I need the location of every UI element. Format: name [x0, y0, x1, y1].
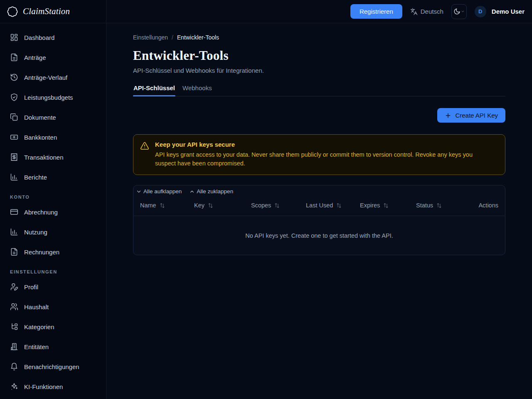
folder-tree-icon: [10, 323, 18, 331]
sort-icon: [336, 202, 342, 209]
column-header-scopes[interactable]: Scopes: [251, 202, 306, 209]
sidebar-item-label: Nutzung: [24, 229, 47, 236]
users-icon: [10, 303, 18, 311]
tabs: API-Schlüssel Webhooks: [133, 84, 505, 96]
chevron-up-icon: [189, 189, 195, 195]
sidebar-item-label: Berichte: [24, 174, 47, 181]
page-subtitle: API-Schlüssel und Webhooks für Integrati…: [133, 67, 505, 74]
column-header-name[interactable]: Name: [140, 202, 194, 209]
sort-icon: [274, 202, 280, 209]
column-label: Actions: [478, 202, 498, 209]
sidebar-item-label: Leistungsbudgets: [24, 94, 73, 101]
sparkles-icon: [10, 382, 18, 391]
page-title: Entwickler-Tools: [133, 48, 505, 63]
sidebar-item-kategorien[interactable]: Kategorien: [0, 317, 106, 337]
sidebar-item-rechnungen[interactable]: Rechnungen: [0, 242, 106, 262]
sidebar: Dashboard Anträge Anträge-Verlauf Leistu…: [0, 23, 106, 399]
column-label: Key: [194, 202, 204, 209]
table-controls: Alle aufklappen Alle zuklappen: [133, 185, 505, 195]
sort-icon: [383, 202, 389, 209]
sidebar-item-entitaeten[interactable]: Entitäten: [0, 337, 106, 357]
sidebar-item-label: Haushalt: [24, 303, 49, 310]
sidebar-item-label: Profil: [24, 283, 38, 291]
breadcrumb-parent[interactable]: Einstellungen: [133, 34, 168, 41]
file-text-icon: [10, 53, 18, 62]
chart-column-icon: [10, 228, 18, 236]
triangle-alert-icon: [140, 141, 149, 167]
chevron-down-icon: [461, 10, 465, 13]
create-api-key-label: Create API Key: [455, 112, 498, 119]
sidebar-item-label: Rechnungen: [24, 249, 59, 256]
brand-logo[interactable]: ClaimStation: [0, 0, 106, 23]
sidebar-item-bankkonten[interactable]: Bankkonten: [0, 127, 106, 147]
banknote-icon: [10, 133, 18, 141]
sidebar-item-label: Entitäten: [24, 343, 49, 350]
sidebar-item-haushalt[interactable]: Haushalt: [0, 297, 106, 317]
sidebar-item-transaktionen[interactable]: Transaktionen: [0, 147, 106, 167]
sidebar-item-label: Dashboard: [24, 34, 54, 41]
badge-icon: [7, 6, 18, 17]
tab-webhooks[interactable]: Webhooks: [182, 84, 212, 96]
sidebar-item-label: Abrechnung: [24, 209, 58, 216]
sidebar-item-nutzung[interactable]: Nutzung: [0, 222, 106, 242]
warning-body: API keys grant access to your data. Neve…: [155, 150, 488, 167]
collapse-all-control[interactable]: Alle zuklappen: [189, 188, 233, 195]
breadcrumb: Einstellungen / Entwickler-Tools: [133, 34, 505, 41]
breadcrumb-separator: /: [172, 34, 173, 41]
column-header-actions: Actions: [478, 202, 498, 209]
sidebar-item-ki-funktionen[interactable]: KI-Funktionen: [0, 377, 106, 397]
sidebar-section-konto: Konto: [0, 187, 106, 202]
toolbar: Create API Key: [133, 108, 505, 123]
language-selector[interactable]: Deutsch: [410, 8, 443, 15]
expand-all-control[interactable]: Alle aufklappen: [136, 188, 182, 195]
receipt-icon: [10, 153, 18, 161]
shield-check-icon: [10, 93, 18, 101]
main-content: Einstellungen / Entwickler-Tools Entwick…: [106, 23, 532, 399]
building-icon: [10, 342, 18, 351]
chart-column-icon: [10, 173, 18, 181]
create-api-key-button[interactable]: Create API Key: [437, 108, 505, 123]
sidebar-item-dokumente[interactable]: Dokumente: [0, 107, 106, 127]
breadcrumb-current: Entwickler-Tools: [177, 34, 219, 41]
column-header-status[interactable]: Status: [416, 202, 478, 209]
sort-icon: [159, 202, 165, 209]
collapse-all-label: Alle zuklappen: [197, 188, 233, 195]
sidebar-item-label: Anträge: [24, 54, 46, 61]
languages-icon: [410, 8, 418, 15]
warning-banner: Keep your API keys secure API keys grant…: [133, 134, 505, 175]
table-empty-state: No API keys yet. Create one to get start…: [133, 216, 505, 255]
sidebar-item-leistungsbudgets[interactable]: Leistungsbudgets: [0, 87, 106, 107]
sidebar-item-label: Benachrichtigungen: [24, 363, 79, 370]
topbar: Registrieren Deutsch D De: [106, 0, 532, 23]
column-label: Status: [416, 202, 433, 209]
history-icon: [10, 73, 18, 81]
sidebar-item-antraege-verlauf[interactable]: Anträge-Verlauf: [0, 67, 106, 87]
avatar: D: [475, 6, 486, 17]
user-pen-icon: [10, 283, 18, 291]
column-header-key[interactable]: Key: [194, 202, 251, 209]
sidebar-item-label: Kategorien: [24, 323, 54, 330]
app-root: ClaimStation Registrieren Deutsch: [0, 0, 532, 399]
sidebar-item-benachrichtigungen[interactable]: Benachrichtigungen: [0, 357, 106, 377]
sidebar-item-label: KI-Funktionen: [24, 383, 63, 390]
chevron-down-icon: [136, 189, 142, 195]
register-button[interactable]: Registrieren: [350, 4, 402, 19]
theme-toggle-button[interactable]: [451, 4, 467, 19]
sidebar-item-profil[interactable]: Profil: [0, 277, 106, 297]
sidebar-item-label: Anträge-Verlauf: [24, 74, 67, 81]
brand-name: ClaimStation: [23, 6, 70, 17]
user-menu[interactable]: D Demo User: [475, 6, 525, 17]
dashboard-icon: [10, 33, 18, 42]
bell-icon: [10, 362, 18, 371]
sidebar-item-antraege[interactable]: Anträge: [0, 47, 106, 67]
column-header-expires[interactable]: Expires: [360, 202, 416, 209]
column-header-last-used[interactable]: Last Used: [306, 202, 360, 209]
sidebar-item-dashboard[interactable]: Dashboard: [0, 27, 106, 47]
warning-title: Keep your API keys secure: [155, 141, 488, 148]
plus-icon: [445, 112, 451, 119]
warning-content: Keep your API keys secure API keys grant…: [155, 141, 488, 167]
sidebar-item-abrechnung[interactable]: Abrechnung: [0, 202, 106, 222]
tab-api-schluessel[interactable]: API-Schlüssel: [133, 84, 175, 96]
sidebar-item-berichte[interactable]: Berichte: [0, 167, 106, 187]
sidebar-item-label: Dokumente: [24, 114, 56, 121]
